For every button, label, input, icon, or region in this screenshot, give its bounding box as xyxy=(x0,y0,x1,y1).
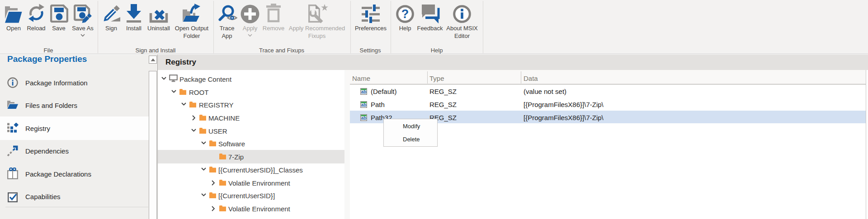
svg-text:ab: ab xyxy=(361,103,367,107)
svg-text:ab: ab xyxy=(361,116,367,121)
svg-text:ab: ab xyxy=(361,89,367,94)
svg-text:?: ? xyxy=(401,7,409,21)
